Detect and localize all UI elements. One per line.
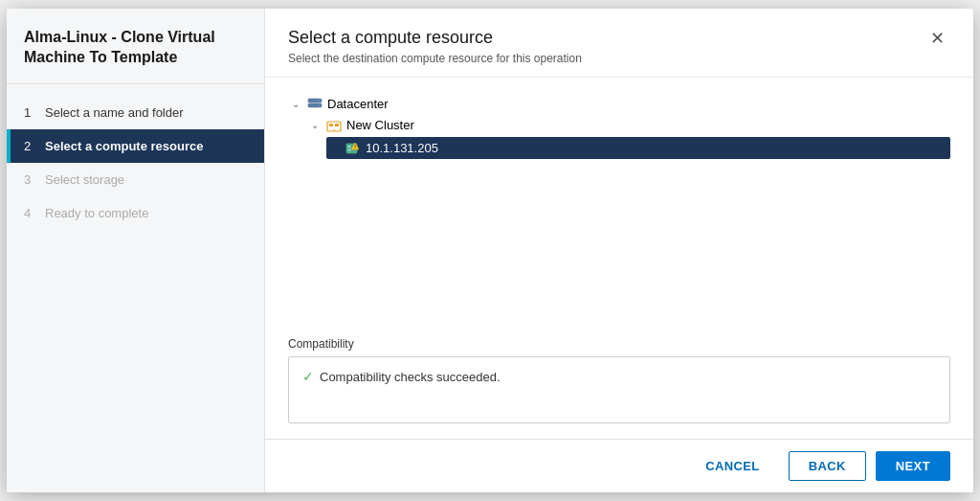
svg-rect-9 <box>348 146 351 148</box>
dialog-title: Alma-Linux - Clone Virtual Machine To Te… <box>7 9 264 84</box>
cluster-label: New Cluster <box>346 118 414 132</box>
step-3-number: 3 <box>24 172 37 187</box>
footer: CANCEL BACK NEXT <box>265 439 973 492</box>
tree-area: ⌄ Datacenter ⌄ <box>265 78 973 337</box>
compat-text: Compatibility checks succeeded. <box>320 370 501 384</box>
datacenter-label: Datacenter <box>327 97 389 111</box>
tree-node-datacenter-row[interactable]: ⌄ Datacenter <box>288 93 950 114</box>
svg-rect-10 <box>348 148 351 150</box>
tree-node-cluster-row[interactable]: ⌄ New Cluster <box>307 114 950 136</box>
datacenter-icon <box>307 96 323 111</box>
host-children: ! 10.1.131.205 <box>326 137 950 159</box>
cluster-icon <box>326 117 342 133</box>
datacenter-chevron-icon: ⌄ <box>292 99 303 109</box>
step-2-label: Select a compute resource <box>45 139 203 153</box>
step-1-label: Select a name and folder <box>45 105 184 120</box>
sidebar: Alma-Linux - Clone Virtual Machine To Te… <box>7 9 265 492</box>
sidebar-step-4: 4 Ready to complete <box>7 196 264 230</box>
cancel-button[interactable]: CANCEL <box>686 452 779 480</box>
back-button[interactable]: BACK <box>789 451 866 481</box>
sidebar-step-2[interactable]: 2 Select a compute resource <box>7 129 264 163</box>
host-icon: ! <box>345 140 361 156</box>
host-label: 10.1.131.205 <box>366 141 438 155</box>
step-1-number: 1 <box>24 105 37 120</box>
svg-rect-2 <box>319 101 321 102</box>
close-button[interactable]: ✕ <box>924 28 950 49</box>
main-content: Select a compute resource Select the des… <box>265 9 973 492</box>
clone-vm-dialog: Alma-Linux - Clone Virtual Machine To Te… <box>7 9 973 492</box>
step-4-number: 4 <box>24 206 37 220</box>
compatibility-message: ✓ Compatibility checks succeeded. <box>302 369 936 384</box>
next-button[interactable]: NEXT <box>876 451 950 481</box>
compatibility-box: ✓ Compatibility checks succeeded. <box>288 356 950 423</box>
compatibility-section: Compatibility ✓ Compatibility checks suc… <box>265 337 973 439</box>
main-header: Select a compute resource Select the des… <box>265 9 973 78</box>
main-title: Select a compute resource <box>288 28 582 48</box>
tree-node-host-row[interactable]: ! 10.1.131.205 <box>326 137 950 159</box>
compatibility-label: Compatibility <box>288 337 950 351</box>
svg-rect-6 <box>335 124 339 126</box>
sidebar-steps: 1 Select a name and folder 2 Select a co… <box>7 84 264 492</box>
main-subtitle: Select the destination compute resource … <box>288 52 582 65</box>
cluster-chevron-icon: ⌄ <box>311 120 323 130</box>
main-title-area: Select a compute resource Select the des… <box>288 28 582 65</box>
svg-rect-5 <box>329 124 333 126</box>
sidebar-step-3: 3 Select storage <box>7 163 264 196</box>
step-2-number: 2 <box>24 139 37 153</box>
cluster-children: ⌄ New Cluster <box>307 114 950 159</box>
check-icon: ✓ <box>302 369 314 384</box>
svg-rect-3 <box>319 105 321 106</box>
step-3-label: Select storage <box>45 172 124 187</box>
sidebar-step-1[interactable]: 1 Select a name and folder <box>7 96 264 129</box>
step-4-label: Ready to complete <box>45 206 148 220</box>
